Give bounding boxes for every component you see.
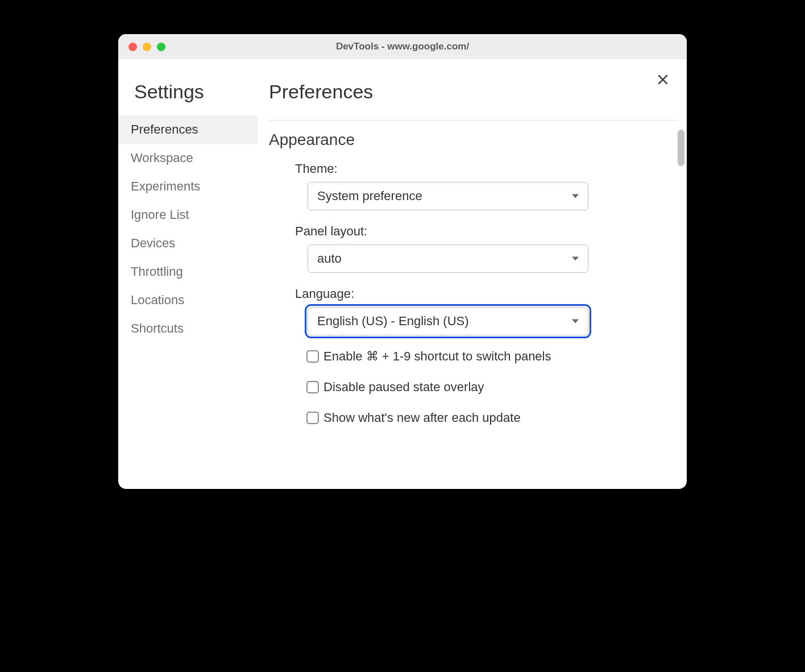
checkbox-enable-shortcut[interactable]: Enable ⌘ + 1-9 shortcut to switch panels — [306, 349, 678, 364]
checkbox-icon — [306, 350, 319, 363]
checkbox-label: Enable ⌘ + 1-9 shortcut to switch panels — [323, 349, 551, 364]
sidebar-item-experiments[interactable]: Experiments — [118, 172, 258, 201]
chevron-down-icon — [572, 320, 579, 323]
divider — [269, 120, 678, 121]
chevron-down-icon — [572, 194, 579, 198]
setting-language: Language: English (US) - English (US) — [295, 287, 678, 335]
language-select[interactable]: English (US) - English (US) — [308, 307, 588, 335]
sidebar-item-label: Preferences — [131, 122, 198, 136]
sidebar-item-label: Shortcuts — [131, 321, 184, 335]
page-title: Preferences — [269, 81, 675, 103]
theme-select[interactable]: System preference — [308, 182, 588, 210]
sidebar-title: Settings — [118, 81, 258, 103]
panel-layout-select-value: auto — [317, 251, 342, 266]
sidebar-item-devices[interactable]: Devices — [118, 229, 258, 258]
main-panel: Preferences Appearance Theme: System pre… — [258, 59, 687, 489]
section-title-appearance: Appearance — [269, 131, 678, 149]
sidebar-item-shortcuts[interactable]: Shortcuts — [118, 314, 258, 343]
sidebar-item-label: Locations — [131, 293, 184, 307]
checkbox-show-whats-new[interactable]: Show what's new after each update — [306, 410, 678, 425]
checkbox-disable-paused-overlay[interactable]: Disable paused state overlay — [306, 380, 678, 395]
scrollbar-thumb[interactable] — [678, 130, 684, 166]
sidebar-item-label: Ignore List — [131, 208, 189, 222]
sidebar-item-label: Experiments — [131, 179, 200, 193]
theme-select-value: System preference — [317, 189, 422, 204]
setting-theme: Theme: System preference — [295, 161, 678, 210]
sidebar-item-workspace[interactable]: Workspace — [118, 144, 258, 172]
panel-layout-label: Panel layout: — [295, 224, 678, 239]
checkbox-label: Show what's new after each update — [323, 410, 521, 425]
checkbox-icon — [306, 381, 319, 393]
close-icon[interactable] — [655, 73, 671, 89]
x-icon — [656, 73, 670, 86]
sidebar-item-throttling[interactable]: Throttling — [118, 258, 258, 286]
language-label: Language: — [295, 287, 678, 301]
theme-label: Theme: — [295, 161, 678, 176]
window-maximize-button[interactable] — [157, 43, 165, 51]
checkbox-label: Disable paused state overlay — [323, 380, 484, 395]
setting-panel-layout: Panel layout: auto — [295, 224, 678, 273]
sidebar-item-ignore-list[interactable]: Ignore List — [118, 201, 258, 229]
titlebar: DevTools - www.google.com/ — [118, 34, 687, 59]
devtools-settings-window: DevTools - www.google.com/ Settings Pref… — [118, 34, 687, 489]
language-select-value: English (US) - English (US) — [317, 314, 469, 329]
window-close-button[interactable] — [128, 43, 137, 51]
scroll-content: Appearance Theme: System preference Pane… — [269, 131, 678, 425]
sidebar-item-label: Throttling — [131, 264, 183, 279]
sidebar-item-locations[interactable]: Locations — [118, 286, 258, 314]
traffic-lights — [118, 43, 165, 51]
settings-sidebar: Settings Preferences Workspace Experimen… — [118, 59, 258, 489]
window-title: DevTools - www.google.com/ — [118, 41, 687, 52]
panel-layout-select[interactable]: auto — [308, 244, 588, 273]
content-area: Settings Preferences Workspace Experimen… — [118, 59, 687, 489]
chevron-down-icon — [572, 257, 579, 261]
sidebar-item-label: Devices — [131, 236, 175, 250]
sidebar-item-label: Workspace — [131, 151, 193, 165]
checkbox-icon — [306, 412, 319, 424]
window-minimize-button[interactable] — [143, 43, 151, 51]
sidebar-item-preferences[interactable]: Preferences — [118, 115, 258, 144]
